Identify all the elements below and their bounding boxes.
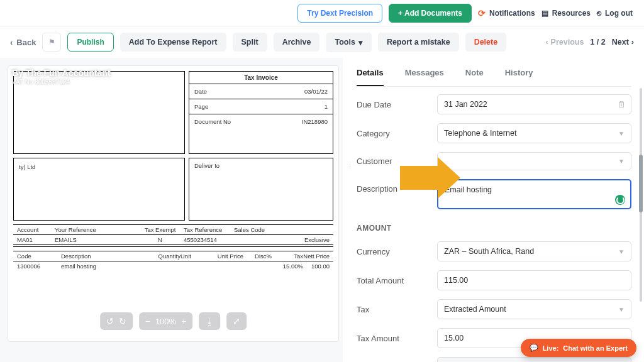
invoice-date-label: Date [194,88,304,95]
col-tax: Tax [272,253,303,260]
invoice-ref-table: Account Your Reference Tax Exempt Tax Re… [13,224,333,245]
fullscreen-group: ⤢ [226,312,247,330]
invoice-docno-label: Document No [194,118,302,125]
category-select[interactable]: Telephone & Internet▼ [437,123,631,143]
caret-down-icon: ▼ [618,158,625,165]
scrollbar-thumb[interactable] [639,155,643,212]
calendar-icon[interactable]: 🗓 [618,100,626,109]
invoice-title: Tax Invoice [189,72,333,84]
zoom-out-button[interactable]: − [145,316,150,326]
tab-messages[interactable]: Messages [405,64,444,86]
logout-link[interactable]: ⎋Log out [597,9,633,18]
document-preview[interactable]: By The Fun Accountant VAT No 8005587124 … [8,65,339,342]
val-desc: email hosting [61,263,149,270]
delete-button[interactable]: Delete [465,33,507,52]
publish-button[interactable]: Publish [67,33,113,52]
tab-details[interactable]: Details [357,64,384,86]
val-tax: 15.00% [272,263,303,270]
val-nett: 100.00 [303,263,330,270]
col-qty: Quantity [149,253,180,260]
val-account: MA01 [17,236,55,243]
add-expense-button[interactable]: Add To Expense Report [120,33,226,52]
col-taxexempt: Tax Exempt [136,226,184,233]
saving-spinner-icon [615,195,625,205]
logout-icon: ⎋ [597,9,601,18]
currency-value: ZAR – South Africa, Rand [444,247,534,256]
val-yourref: EMAILS [55,236,136,243]
bell-icon: ⟳ [478,8,486,18]
document-preview-pane: By The Fun Accountant VAT No 8005587124 … [0,58,343,362]
tab-note[interactable]: Note [465,64,484,86]
invoice-supplier-name: ty) Ltd [19,163,35,170]
col-nett: Nett Price [303,253,330,260]
top-bar: Try Dext Precision + Add Documents ⟳Noti… [0,0,644,26]
tab-history[interactable]: History [505,64,533,86]
col-code: Code [17,253,61,260]
fullscreen-button[interactable]: ⤢ [233,316,240,326]
flag-icon: ⚑ [48,38,55,47]
chat-widget[interactable]: 💬 Live: Chat with an Expert [521,339,636,357]
tools-label: Tools [335,38,355,47]
page-indicator: 1 / 2 [590,38,605,47]
rotate-right-button[interactable]: ↻ [119,316,126,326]
add-documents-button[interactable]: + Add Documents [389,4,472,23]
rotate-group: ↺ ↻ [100,312,133,330]
description-label: Description [357,179,437,194]
invoice-billto-box: ty) Ltd [13,158,185,221]
val-taxexempt: N [136,236,184,243]
invoice-deliver-box: Deliver to [189,158,333,221]
chevron-right-icon: › [631,38,634,47]
rotate-left-button[interactable]: ↺ [106,316,114,326]
watermark-title: By The Fun Accountant [12,68,111,78]
col-account: Account [17,226,55,233]
resources-link[interactable]: ▤Resources [541,9,591,18]
zoom-group: − 100% + [139,312,193,330]
details-pane: Details Messages Note History Due Date 🗓… [343,58,644,362]
chevron-left-icon: ‹ [545,38,548,47]
try-precision-button[interactable]: Try Dext Precision [297,4,382,23]
category-label: Category [357,129,437,138]
currency-label: Currency [357,247,437,256]
tax-value: Extracted Amount [444,305,506,314]
document-controls: ↺ ↻ − 100% + ⭳ ⤢ [100,312,247,330]
due-date-input[interactable] [437,94,631,114]
previous-button[interactable]: ‹Previous [545,38,584,47]
val-salescode [234,236,278,243]
tools-button[interactable]: Tools▾ [326,33,371,52]
watermark-sub: VAT No 8005587124 [12,79,70,85]
chat-label: Chat with an Expert [563,344,628,352]
tax-label: Tax [357,305,437,314]
chevron-left-icon: ‹ [10,38,13,47]
download-button[interactable]: ⭳ [205,316,214,326]
main-split: By The Fun Accountant VAT No 8005587124 … [0,58,644,362]
back-button[interactable]: ‹Back [10,38,36,47]
notifications-link[interactable]: ⟳Notifications [478,8,535,18]
action-toolbar: ‹Back ⚑ Publish Add To Expense Report Sp… [0,26,644,58]
flag-button[interactable]: ⚑ [42,33,61,52]
report-mistake-button[interactable]: Report a mistake [378,33,459,52]
customer-label: Customer [357,156,437,166]
invoice-page-value: 1 [325,103,328,110]
next-button[interactable]: Next› [612,38,634,47]
zoom-in-button[interactable]: + [181,316,186,326]
total-amount-input[interactable] [437,270,631,290]
col-disc: Disc% [243,253,272,260]
customer-select[interactable]: ▼ [437,152,631,170]
archive-button[interactable]: Archive [274,33,320,52]
resources-icon: ▤ [541,9,548,18]
detail-tabs: Details Messages Note History [357,64,631,87]
category-value: Telephone & Internet [444,129,516,138]
currency-select[interactable]: ZAR – South Africa, Rand▼ [437,241,631,261]
invoice-page-label: Page [194,103,325,110]
tax-select[interactable]: Extracted Amount▼ [437,299,631,319]
tax-amount-label: Tax Amount [357,334,437,343]
col-unitprice: Unit Price [206,253,243,260]
chat-icon: 💬 [530,344,538,352]
caret-down-icon: ▾ [358,38,363,47]
invoice-deliver-label: Deliver to [194,162,219,169]
description-textarea[interactable] [437,179,631,209]
caret-down-icon: ▼ [618,130,625,137]
previous-label: Previous [551,38,584,47]
due-date-label: Due Date [357,100,437,109]
split-button[interactable]: Split [233,33,267,52]
